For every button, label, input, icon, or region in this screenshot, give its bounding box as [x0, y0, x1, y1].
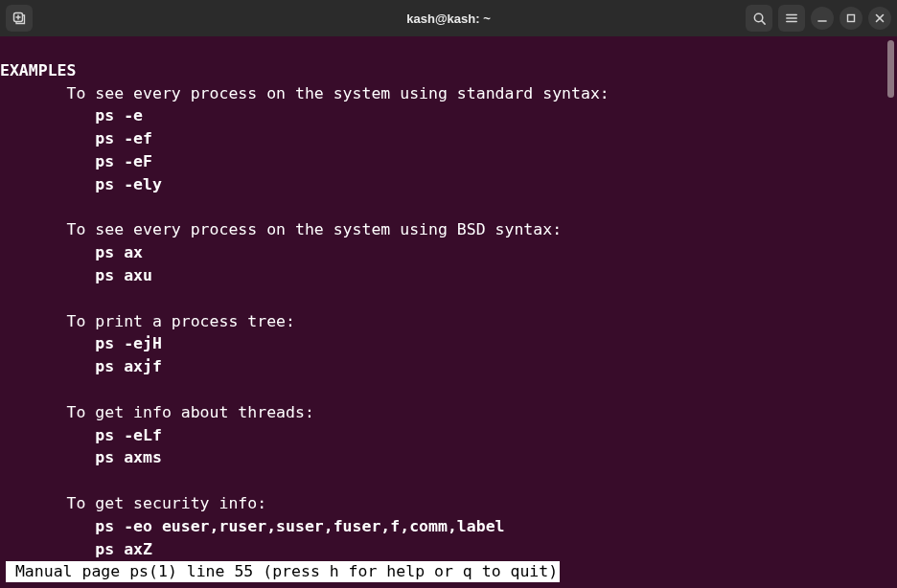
svg-rect-7 — [848, 15, 855, 22]
menu-button[interactable] — [778, 5, 805, 32]
maximize-button[interactable] — [840, 7, 862, 30]
search-button[interactable] — [746, 5, 772, 32]
search-icon — [752, 11, 767, 26]
man-page-status-line: Manual page ps(1) line 55 (press h for h… — [6, 561, 560, 582]
close-icon — [874, 12, 886, 24]
terminal-body[interactable]: EXAMPLES To see every process on the sys… — [0, 36, 897, 588]
titlebar-right — [746, 5, 891, 32]
svg-line-2 — [761, 20, 764, 23]
scrollbar-thumb[interactable] — [887, 40, 894, 98]
titlebar-left — [6, 5, 33, 32]
minimize-icon — [816, 12, 828, 24]
window-title: kash@kash: ~ — [406, 11, 490, 26]
maximize-icon — [845, 12, 857, 24]
new-tab-icon — [12, 11, 27, 26]
man-page-content: EXAMPLES To see every process on the sys… — [0, 36, 897, 560]
titlebar: kash@kash: ~ — [0, 0, 897, 36]
minimize-button[interactable] — [811, 7, 834, 30]
close-button[interactable] — [868, 7, 891, 30]
hamburger-icon — [785, 11, 798, 25]
new-tab-button[interactable] — [6, 5, 33, 32]
